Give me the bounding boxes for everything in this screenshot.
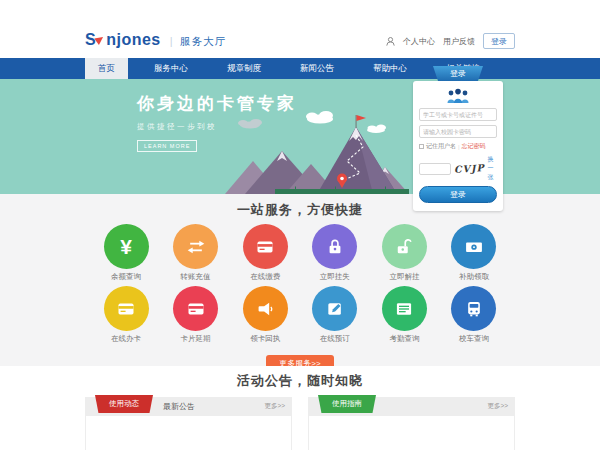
service-item-apply-card[interactable]: 在线办卡 bbox=[95, 286, 157, 344]
nav-item-news[interactable]: 新闻公告 bbox=[287, 58, 347, 79]
cloud-icon bbox=[367, 125, 386, 134]
panel-body bbox=[85, 416, 292, 450]
panel-body bbox=[308, 416, 515, 450]
flag-pole bbox=[356, 115, 357, 128]
services-title: 一站服务，方便快捷 bbox=[0, 194, 600, 219]
remember-checkbox[interactable] bbox=[419, 144, 424, 149]
user-icon bbox=[386, 37, 395, 46]
tab-usage-dynamics[interactable]: 使用动态 bbox=[95, 395, 153, 413]
service-item-online-payment[interactable]: 在线缴费 bbox=[234, 224, 296, 282]
username-input[interactable] bbox=[419, 108, 497, 121]
usage-guide-panel: 使用指南 更多>> bbox=[308, 397, 515, 450]
services-section: 一站服务，方便快捷 ¥ 余额查询 转账充值 在线缴费 bbox=[0, 194, 600, 366]
services-grid: ¥ 余额查询 转账充值 在线缴费 立即挂失 bbox=[85, 224, 515, 348]
flag-icon bbox=[357, 115, 367, 121]
service-item-card-receipt[interactable]: 领卡回执 bbox=[234, 286, 296, 344]
announcements-section: 活动公告，随时知晓 使用动态 最新公告 更多>> 使用指南 更多>> bbox=[0, 366, 600, 450]
remember-label: 记住用户名 bbox=[426, 142, 456, 151]
nav-item-rules[interactable]: 规章制度 bbox=[214, 58, 274, 79]
transfer-arrows-icon bbox=[173, 224, 218, 269]
personal-center-link[interactable]: 个人中心 bbox=[403, 36, 435, 47]
usage-news-panel: 使用动态 最新公告 更多>> bbox=[85, 397, 292, 450]
divider: | bbox=[458, 144, 460, 150]
nav-item-service-center[interactable]: 服务中心 bbox=[141, 58, 201, 79]
service-item-card-extension[interactable]: 卡片延期 bbox=[165, 286, 227, 344]
service-hall-page: Snjones | 服务大厅 个人中心 用户反馈 登录 首页 服务中心 规章制度… bbox=[0, 0, 600, 450]
mountain-illustration bbox=[225, 109, 415, 194]
service-item-online-booking[interactable]: 在线预订 bbox=[304, 286, 366, 344]
more-link[interactable]: 更多>> bbox=[264, 402, 285, 411]
cloud-icon bbox=[238, 119, 262, 129]
cloud-icon bbox=[306, 111, 333, 124]
service-item-cancel-loss[interactable]: 立即解挂 bbox=[373, 224, 435, 282]
tab-latest-announcements[interactable]: 最新公告 bbox=[163, 401, 195, 412]
more-services-button[interactable]: 更多服务>> bbox=[266, 355, 333, 367]
login-panel: 登录 记住用户名 | 忘记密码 bbox=[413, 66, 503, 211]
service-item-attendance[interactable]: 考勤查询 bbox=[373, 286, 435, 344]
login-tab[interactable]: 登录 bbox=[433, 66, 483, 81]
login-submit-button[interactable]: 登录 bbox=[419, 186, 497, 203]
ground bbox=[275, 189, 409, 194]
logo-text: njones bbox=[106, 31, 161, 49]
users-icon bbox=[443, 88, 473, 104]
service-item-subsidy[interactable]: 补助领取 bbox=[443, 224, 505, 282]
banknote-icon bbox=[451, 224, 496, 269]
unlock-icon bbox=[382, 224, 427, 269]
service-item-report-loss[interactable]: 立即挂失 bbox=[304, 224, 366, 282]
tab-usage-guide[interactable]: 使用指南 bbox=[318, 395, 376, 413]
header-login-button[interactable]: 登录 bbox=[483, 33, 515, 49]
captcha-refresh-link[interactable]: 换一张 bbox=[488, 155, 497, 182]
announcements-title: 活动公告，随时知晓 bbox=[0, 366, 600, 390]
service-item-transfer[interactable]: 转账充值 bbox=[165, 224, 227, 282]
hero-banner: 你身边的卡管专家 提供捷径一步到校 LEARN MORE bbox=[0, 79, 600, 194]
lock-icon bbox=[312, 224, 357, 269]
megaphone-icon bbox=[243, 286, 288, 331]
header: Snjones | 服务大厅 个人中心 用户反馈 登录 bbox=[0, 0, 600, 58]
hero-cta-button[interactable]: LEARN MORE bbox=[137, 140, 197, 152]
logo-divider: | bbox=[170, 35, 173, 47]
logo[interactable]: Snjones | 服务大厅 bbox=[85, 31, 226, 49]
captcha-input[interactable] bbox=[419, 163, 451, 175]
document-lines-icon bbox=[382, 286, 427, 331]
bus-icon bbox=[451, 286, 496, 331]
more-link[interactable]: 更多>> bbox=[487, 402, 508, 411]
header-actions: 个人中心 用户反馈 登录 bbox=[386, 33, 515, 49]
nav-item-help-center[interactable]: 帮助中心 bbox=[360, 58, 420, 79]
service-item-balance[interactable]: ¥ 余额查询 bbox=[95, 224, 157, 282]
user-feedback-link[interactable]: 用户反馈 bbox=[443, 36, 475, 47]
password-input[interactable] bbox=[419, 125, 497, 138]
yuan-icon: ¥ bbox=[104, 224, 149, 269]
bank-card-icon bbox=[243, 224, 288, 269]
logo-tagline: 服务大厅 bbox=[180, 35, 226, 49]
main-nav: 首页 服务中心 规章制度 新闻公告 帮助中心 相关链接 bbox=[0, 58, 600, 79]
captcha-image: CVJP bbox=[454, 162, 485, 175]
bank-card-icon bbox=[104, 286, 149, 331]
edit-icon bbox=[312, 286, 357, 331]
bank-card-icon bbox=[173, 286, 218, 331]
service-item-school-bus[interactable]: 校车查询 bbox=[443, 286, 505, 344]
nav-item-home[interactable]: 首页 bbox=[85, 58, 128, 79]
forgot-password-link[interactable]: 忘记密码 bbox=[462, 142, 486, 151]
